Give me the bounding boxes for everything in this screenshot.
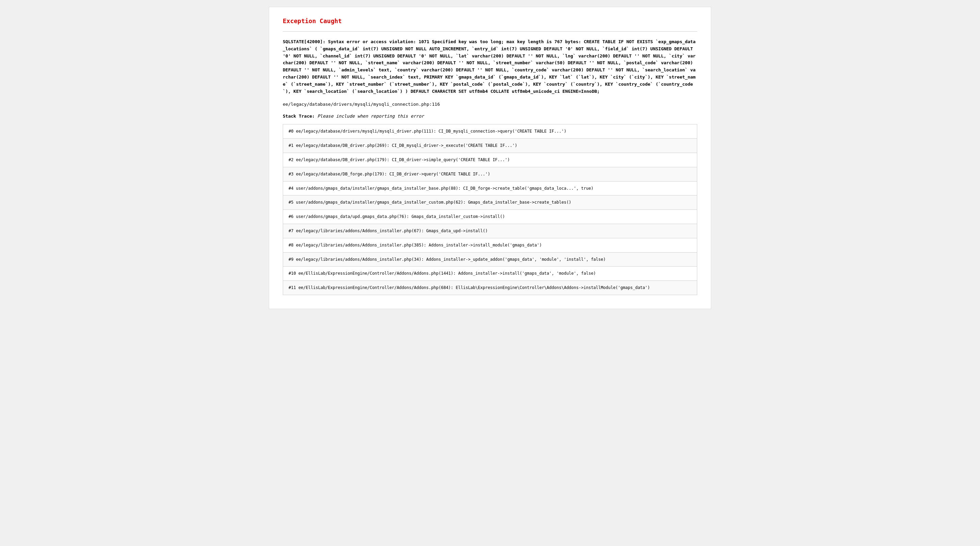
file-path: ee/legacy/database/drivers/mysqli/mysqli… [283, 102, 697, 107]
stack-trace-item: #9 ee/legacy/libraries/addons/Addons_ins… [283, 252, 697, 267]
stack-trace-item: #8 ee/legacy/libraries/addons/Addons_ins… [283, 238, 697, 252]
stack-trace-label: Stack Trace: Please include when reporti… [283, 114, 697, 119]
stack-trace-item: #11 ee/EllisLab/ExpressionEngine/Control… [283, 281, 697, 295]
stack-trace-item: #5 user/addons/gmaps_data/installer/gmap… [283, 195, 697, 210]
divider [283, 31, 697, 32]
exception-title: Exception Caught [283, 17, 697, 24]
error-message: SQLSTATE[42000]: Syntax error or access … [283, 38, 697, 95]
error-text: SQLSTATE[42000]: Syntax error or access … [283, 39, 695, 94]
stack-trace-note: Please include when reporting this error [318, 114, 424, 119]
stack-trace-item: #7 ee/legacy/libraries/addons/Addons_ins… [283, 224, 697, 238]
stack-trace-item: #10 ee/EllisLab/ExpressionEngine/Control… [283, 267, 697, 281]
stack-trace-list: #0 ee/legacy/database/drivers/mysqli/mys… [283, 124, 697, 295]
stack-trace-item: #6 user/addons/gmaps_data/upd.gmaps_data… [283, 210, 697, 224]
stack-trace-item: #3 ee/legacy/database/DB_forge.php(179):… [283, 167, 697, 181]
stack-trace-item: #2 ee/legacy/database/DB_driver.php(179)… [283, 153, 697, 167]
exception-container: Exception Caught SQLSTATE[42000]: Syntax… [269, 7, 711, 309]
stack-trace-item: #0 ee/legacy/database/drivers/mysqli/mys… [283, 124, 697, 139]
stack-trace-item: #4 user/addons/gmaps_data/installer/gmap… [283, 181, 697, 196]
stack-trace-item: #1 ee/legacy/database/DB_driver.php(269)… [283, 139, 697, 153]
